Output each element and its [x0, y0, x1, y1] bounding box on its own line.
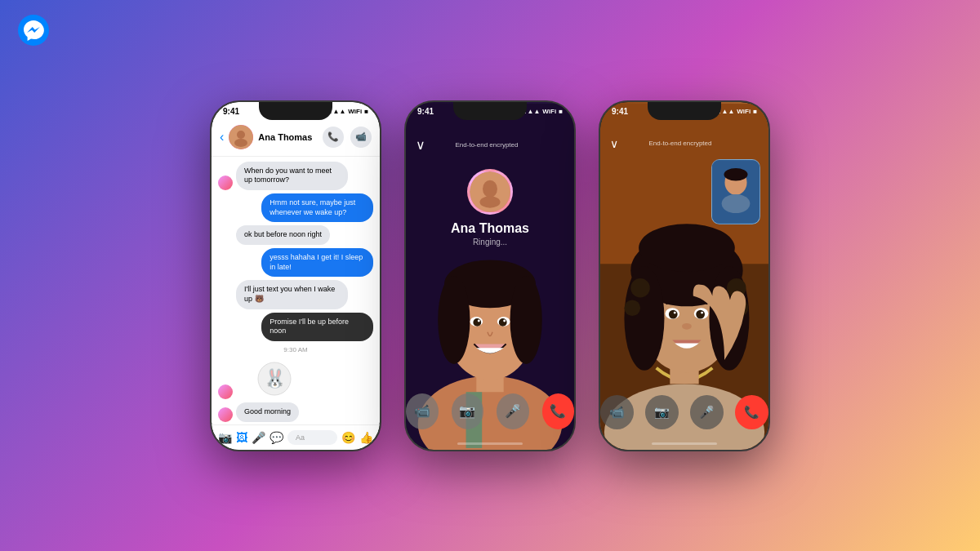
active-end-call-button[interactable]: 📞 — [735, 395, 768, 429]
active-call-controls: 📹 📷 🎤 📞 — [600, 395, 768, 429]
svg-point-32 — [630, 278, 650, 297]
chat-header-actions: 📞 📹 — [323, 127, 372, 148]
phones-wrapper: 9:41 ▲▲▲ WiFi ■ ‹ — [210, 100, 770, 451]
active-camera-rotate-icon: 📷 — [654, 405, 670, 420]
svg-point-12 — [510, 276, 542, 364]
active-video-toggle-button[interactable]: 📹 — [600, 395, 634, 429]
active-camera-flip-button[interactable]: 📷 — [645, 395, 679, 429]
image-icon[interactable]: 🖼 — [236, 431, 247, 444]
video-cam-icon: 📹 — [414, 403, 430, 419]
status-time-1: 9:41 — [223, 107, 239, 116]
message-timestamp: 9:30 AM — [218, 346, 373, 353]
svg-point-17 — [499, 318, 507, 326]
end-call-icon: 📞 — [550, 403, 566, 419]
message-row: Hmm not sure, maybe just whenever we wak… — [218, 193, 373, 222]
message-bubble: I'll just text you when I wake up 🐻 — [236, 280, 348, 309]
active-call-screen-container: 9:41 ▲▲▲ WiFi ■ ∨ End-to-end encrypted — [600, 102, 768, 450]
phone-notch-2 — [453, 102, 527, 120]
svg-point-15 — [478, 319, 480, 322]
sender-avatar — [218, 176, 233, 190]
svg-point-38 — [674, 311, 676, 313]
message-bubble: ok but before noon right — [236, 225, 330, 245]
message-row: Good morning — [218, 402, 373, 422]
home-indicator-3 — [652, 442, 717, 445]
caller-info: Ana Thomas Ringing... — [406, 153, 574, 247]
caller-name: Ana Thomas — [406, 221, 574, 236]
message-bubble: yesss hahaha I get it! I sleep in late! — [261, 248, 373, 277]
message-bubble: Good morning — [236, 402, 299, 422]
video-icon: 📹 — [355, 131, 367, 142]
incoming-call-screen: 9:41 ▲▲▲ WiFi ■ ∨ End-to-end encrypted — [406, 102, 574, 450]
emoji-icon[interactable]: 😊 — [341, 431, 355, 444]
end-call-button[interactable]: 📞 — [542, 393, 575, 429]
battery-icon: ■ — [364, 108, 368, 115]
encryption-label: End-to-end encrypted — [456, 141, 519, 149]
message-row: I'll just text you when I wake up 🐻 — [218, 280, 373, 309]
input-placeholder: Aa — [296, 433, 305, 442]
chat-screen: 9:41 ▲▲▲ WiFi ■ ‹ — [212, 102, 380, 450]
self-preview-pip — [711, 159, 760, 224]
chevron-down-icon[interactable]: ∨ — [416, 137, 425, 153]
messenger-logo — [18, 15, 49, 46]
back-button[interactable]: ‹ — [220, 130, 224, 144]
status-icons-1: ▲▲▲ WiFi ■ — [327, 108, 368, 115]
phone-icon: 📞 — [327, 131, 339, 142]
svg-point-41 — [701, 311, 703, 313]
phone-incoming-call: 9:41 ▲▲▲ WiFi ■ ∨ End-to-end encrypted — [404, 100, 576, 451]
svg-point-3 — [234, 139, 247, 147]
video-call-button[interactable]: 📹 — [350, 127, 372, 148]
message-bubble: When do you want to meet up tomorrow? — [236, 162, 348, 190]
message-bubble: Hmm not sure, maybe just whenever we wak… — [261, 193, 373, 222]
message-bubble: Promise I'll be up before noon — [261, 313, 373, 341]
chevron-down-icon-3[interactable]: ∨ — [610, 137, 618, 150]
sender-avatar — [218, 384, 233, 399]
message-row: When do you want to meet up tomorrow? — [218, 162, 373, 190]
svg-text:🐰: 🐰 — [264, 367, 287, 389]
active-end-call-icon: 📞 — [744, 405, 760, 420]
svg-point-48 — [722, 193, 751, 212]
message-input[interactable]: Aa — [287, 430, 337, 445]
home-indicator-2 — [457, 442, 523, 445]
message-row: ok but before noon right — [218, 225, 373, 245]
active-microphone-icon: 🎤 — [699, 405, 715, 420]
sender-avatar — [218, 407, 233, 422]
svg-point-22 — [480, 196, 501, 207]
svg-point-11 — [438, 276, 470, 364]
message-row: Promise I'll be up before noon — [218, 313, 373, 341]
message-row: yesss hahaha I get it! I sleep in late! — [218, 248, 373, 277]
mic-icon[interactable]: 🎤 — [252, 431, 265, 444]
message-row: 🐰 — [218, 358, 373, 399]
phone-chat: 9:41 ▲▲▲ WiFi ■ ‹ — [210, 100, 381, 451]
sticker: 🐰 — [254, 358, 295, 399]
like-icon[interactable]: 👍 — [359, 431, 373, 444]
camera-flip-button[interactable]: 📷 — [452, 393, 484, 429]
svg-point-45 — [724, 168, 748, 180]
chat-header-info: Ana Thomas — [258, 132, 318, 142]
camera-icon[interactable]: 📷 — [218, 431, 232, 444]
svg-point-40 — [696, 309, 705, 318]
active-video-icon: 📹 — [609, 405, 625, 420]
wifi-icon: WiFi — [348, 108, 362, 115]
caller-avatar — [467, 169, 513, 215]
microphone-icon: 🎤 — [505, 403, 521, 419]
svg-point-14 — [473, 318, 481, 326]
contact-name: Ana Thomas — [258, 132, 318, 142]
encryption-label-3: End-to-end encrypted — [649, 140, 712, 147]
whatsapp-icon[interactable]: 💬 — [270, 431, 283, 444]
mute-button[interactable]: 🎤 — [497, 393, 529, 429]
video-toggle-button[interactable]: 📹 — [406, 393, 439, 429]
svg-point-0 — [18, 15, 49, 46]
svg-point-33 — [624, 300, 640, 316]
svg-point-21 — [483, 180, 497, 197]
audio-call-button[interactable]: 📞 — [323, 127, 344, 148]
contact-avatar — [229, 125, 253, 149]
phone-active-call: 9:41 ▲▲▲ WiFi ■ ∨ End-to-end encrypted — [599, 100, 770, 451]
svg-point-42 — [682, 322, 692, 329]
phone-notch-3 — [648, 102, 721, 120]
chat-messages: When do you want to meet up tomorrow? Hm… — [212, 157, 380, 424]
call-status: Ringing... — [406, 238, 574, 247]
svg-point-37 — [669, 309, 678, 318]
incoming-call-controls: 📹 📷 🎤 📞 — [406, 393, 574, 429]
camera-rotate-icon: 📷 — [459, 403, 475, 419]
active-mute-button[interactable]: 🎤 — [690, 395, 724, 429]
